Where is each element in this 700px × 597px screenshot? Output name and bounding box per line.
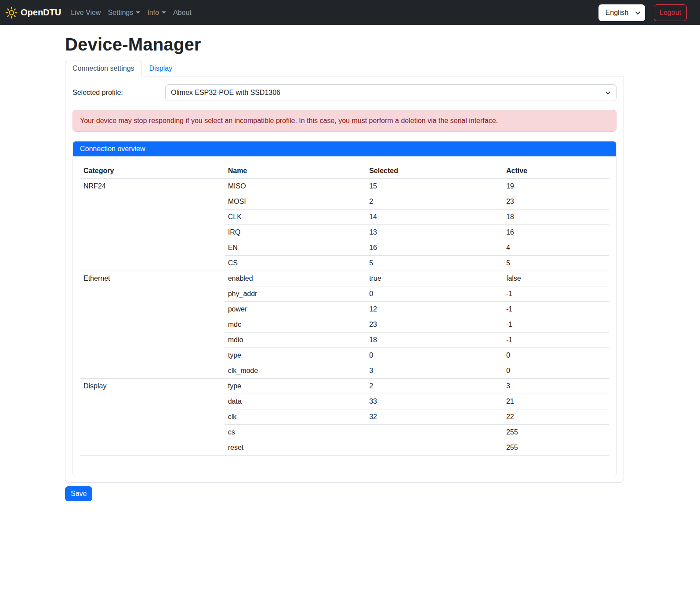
nav-item-settings[interactable]: Settings [104,5,144,20]
selected-cell: 15 [366,179,503,194]
active-cell: -1 [503,286,609,302]
name-cell: MOSI [225,194,366,210]
selected-cell: 0 [366,286,503,302]
selected-cell: 3 [366,363,503,379]
caret-down-icon [136,11,140,14]
nav-item-info[interactable]: Info [144,5,170,20]
selected-cell: 13 [366,225,503,240]
logout-button[interactable]: Logout [654,4,687,21]
name-cell: clk_mode [225,363,366,379]
navbar-right: English Logout [598,4,687,21]
active-cell: 4 [503,240,609,256]
tab-content: Selected profile: Olimex ESP32-POE with … [65,76,624,483]
name-cell: cs [225,425,366,440]
active-cell: 3 [503,379,609,394]
active-cell: 0 [503,363,609,379]
active-cell: -1 [503,302,609,317]
selected-cell [366,440,503,456]
nav-links: Live View Settings Info About [67,5,195,20]
active-cell: 5 [503,256,609,271]
table-row: NRF24MISO1519 [80,179,609,194]
nav-item-label: About [173,9,192,17]
name-cell: CS [225,256,366,271]
warning-alert: Your device may stop responding if you s… [73,110,617,132]
column-header-category: Category [80,163,225,179]
navbar: OpenDTU Live View Settings Info About En… [0,0,700,25]
main-content: Device-Manager Connection settings Displ… [65,25,624,501]
connection-table: Category Name Selected Active NRF24MISO1… [80,163,609,456]
nav-item-live-view[interactable]: Live View [67,5,104,20]
active-cell: 16 [503,225,609,240]
active-cell: -1 [503,333,609,348]
selected-cell: 16 [366,240,503,256]
selected-cell: 5 [366,256,503,271]
profile-select[interactable]: Olimex ESP32-POE with SSD1306 [165,84,617,101]
name-cell: CLK [225,210,366,225]
card-body: Category Name Selected Active NRF24MISO1… [73,156,616,476]
name-cell: data [225,394,366,409]
selected-profile-label: Selected profile: [73,89,165,97]
category-cell: Display [80,379,225,456]
name-cell: mdio [225,333,366,348]
nav-item-label: Settings [108,9,133,17]
connection-overview-card: Connection overview Category Name Select… [73,141,617,476]
save-button[interactable]: Save [65,486,92,501]
profile-row: Selected profile: Olimex ESP32-POE with … [73,84,617,101]
table-header-row: Category Name Selected Active [80,163,609,179]
name-cell: mdc [225,317,366,333]
profile-select-value: Olimex ESP32-POE with SSD1306 [171,89,280,97]
selected-cell: 0 [366,348,503,363]
tab-display[interactable]: Display [142,61,180,76]
brand-label: OpenDTU [21,7,61,18]
selected-cell: 33 [366,394,503,409]
column-header-active: Active [503,163,609,179]
tab-connection-settings[interactable]: Connection settings [65,61,142,76]
column-header-selected: Selected [366,163,503,179]
table-row: Ethernetenabledtruefalse [80,271,609,286]
active-cell: 255 [503,425,609,440]
selected-cell: 23 [366,317,503,333]
active-cell: 18 [503,210,609,225]
brand-link[interactable]: OpenDTU [5,7,61,19]
active-cell: 255 [503,440,609,456]
connection-table-body: NRF24MISO1519MOSI223CLK1418IRQ1316EN164C… [80,179,609,456]
nav-item-about[interactable]: About [170,5,195,20]
nav-item-label: Live View [71,9,101,17]
selected-cell: true [366,271,503,286]
name-cell: reset [225,440,366,456]
selected-cell: 14 [366,210,503,225]
selected-cell: 2 [366,194,503,210]
language-select-value: English [606,9,628,17]
name-cell: type [225,379,366,394]
column-header-name: Name [225,163,366,179]
active-cell: 0 [503,348,609,363]
selected-cell: 32 [366,409,503,425]
name-cell: enabled [225,271,366,286]
chevron-down-icon [635,9,640,14]
nav-item-label: Info [147,9,159,17]
name-cell: clk [225,409,366,425]
name-cell: power [225,302,366,317]
name-cell: MISO [225,179,366,194]
name-cell: EN [225,240,366,256]
selected-cell: 2 [366,379,503,394]
active-cell: -1 [503,317,609,333]
active-cell: 19 [503,179,609,194]
caret-down-icon [162,11,166,14]
table-row: Displaytype23 [80,379,609,394]
active-cell: false [503,271,609,286]
category-cell: NRF24 [80,179,225,271]
selected-cell [366,425,503,440]
page-title: Device-Manager [65,35,624,54]
selected-cell: 18 [366,333,503,348]
name-cell: phy_addr [225,286,366,302]
category-cell: Ethernet [80,271,225,379]
tab-bar: Connection settings Display [65,61,624,76]
sun-logo-icon [5,7,18,19]
name-cell: IRQ [225,225,366,240]
language-select[interactable]: English [598,4,645,21]
active-cell: 22 [503,409,609,425]
chevron-down-icon [606,90,610,94]
active-cell: 21 [503,394,609,409]
card-header: Connection overview [73,141,616,156]
